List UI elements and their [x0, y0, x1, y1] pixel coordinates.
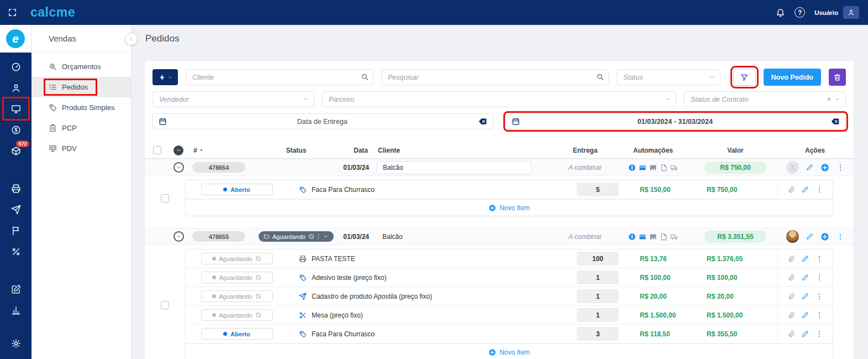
- sidebar-icon-editor[interactable]: [5, 280, 27, 298]
- collapse-order-button[interactable]: [173, 231, 184, 242]
- order-more-button[interactable]: [837, 233, 844, 241]
- wallet-icon[interactable]: [639, 233, 646, 241]
- edit-item-button[interactable]: [802, 311, 809, 319]
- sidebar-icon-dashboard[interactable]: [5, 58, 27, 76]
- select-all-checkbox[interactable]: [153, 146, 161, 154]
- truck-icon[interactable]: [670, 164, 678, 171]
- wallet-icon[interactable]: [639, 164, 646, 171]
- barcode-icon[interactable]: [649, 233, 657, 241]
- document-icon[interactable]: [660, 233, 667, 241]
- add-to-order-button[interactable]: [820, 232, 829, 241]
- delete-button[interactable]: [829, 69, 846, 86]
- item-more-button[interactable]: [816, 186, 823, 194]
- item-quantity[interactable]: 100: [577, 252, 619, 266]
- order-status-badge[interactable]: Aguardando: [259, 231, 334, 242]
- clear-icon[interactable]: ×: [827, 96, 831, 103]
- edit-item-button[interactable]: [802, 293, 809, 300]
- quick-actions-button[interactable]: [152, 69, 178, 85]
- attach-item-button[interactable]: [788, 255, 795, 262]
- order-client-field[interactable]: Balcão: [377, 161, 532, 174]
- attach-item-button[interactable]: [788, 274, 795, 281]
- sidebar-item-pedidos[interactable]: Pedidos: [31, 77, 131, 97]
- item-status-badge[interactable]: Aberto: [201, 328, 273, 340]
- sidebar-item-produto-simples[interactable]: Produto Simples: [31, 97, 131, 118]
- select-order-checkbox[interactable]: [161, 194, 169, 202]
- novo-item-button[interactable]: Novo Item: [488, 348, 530, 356]
- expand-all-button[interactable]: [173, 145, 183, 155]
- edit-item-button[interactable]: [802, 274, 809, 281]
- item-more-button[interactable]: [816, 293, 823, 300]
- sidebar-icon-customers[interactable]: [5, 79, 27, 97]
- attach-item-button[interactable]: [788, 330, 795, 337]
- novo-item-button[interactable]: Novo Item: [488, 204, 530, 212]
- app-logo[interactable]: e: [0, 25, 31, 53]
- clear-date-icon[interactable]: [478, 117, 487, 126]
- item-more-button[interactable]: [816, 274, 823, 282]
- pesquisar-input[interactable]: [381, 69, 609, 85]
- search-icon[interactable]: [596, 73, 604, 81]
- sidebar-icon-sales-terminal[interactable]: [5, 100, 27, 118]
- attach-item-button[interactable]: [788, 311, 795, 319]
- expand-layout-button[interactable]: [8, 8, 17, 17]
- document-icon[interactable]: [660, 164, 667, 171]
- sidebar-icon-settings[interactable]: [5, 334, 27, 352]
- select-order-checkbox[interactable]: [161, 301, 169, 309]
- header-number[interactable]: #: [193, 147, 197, 154]
- item-status-badge[interactable]: Aguardando: [201, 253, 273, 264]
- vendedor-select[interactable]: Vendedor: [152, 91, 314, 107]
- data-entrega-field[interactable]: Data de Entrega: [152, 113, 493, 129]
- item-status-badge[interactable]: Aguardando: [201, 290, 273, 302]
- attach-item-button[interactable]: [788, 293, 795, 300]
- item-status-badge[interactable]: Aguardando: [201, 272, 273, 283]
- cliente-search-input[interactable]: [186, 69, 373, 85]
- collapse-sidebar-button[interactable]: [125, 33, 138, 45]
- parceiro-select[interactable]: Parceiro: [322, 91, 676, 107]
- date-range-field[interactable]: 01/03/2024 - 31/03/2024: [506, 113, 846, 129]
- notifications-button[interactable]: [776, 8, 785, 17]
- item-quantity[interactable]: 1: [577, 270, 619, 284]
- status-select[interactable]: Status: [617, 69, 720, 85]
- item-quantity[interactable]: 1: [577, 289, 619, 303]
- status-contrato-select[interactable]: Status de Contrato ×: [684, 91, 846, 107]
- clear-date-icon[interactable]: [830, 117, 840, 126]
- edit-order-button[interactable]: [806, 233, 813, 240]
- sidebar-icon-projects[interactable]: [5, 221, 27, 240]
- order-number[interactable]: 478655: [192, 231, 245, 242]
- truck-icon[interactable]: [670, 233, 678, 241]
- collapse-order-button[interactable]: [173, 162, 184, 173]
- edit-item-button[interactable]: [802, 330, 809, 337]
- item-status-badge[interactable]: Aguardando: [201, 309, 273, 321]
- order-more-button[interactable]: [837, 164, 844, 171]
- item-more-button[interactable]: [816, 311, 823, 319]
- item-more-button[interactable]: [816, 255, 823, 263]
- order-number[interactable]: 478654: [192, 162, 245, 173]
- help-button[interactable]: ?: [795, 7, 805, 18]
- item-quantity[interactable]: 3: [577, 327, 619, 341]
- item-quantity[interactable]: 5: [577, 183, 619, 196]
- item-quantity[interactable]: 1: [577, 308, 619, 322]
- edit-item-button[interactable]: [802, 255, 809, 262]
- sidebar-item-orcamentos[interactable]: Orçamentos: [31, 56, 131, 77]
- sidebar-item-pcp[interactable]: PCP: [31, 118, 131, 138]
- add-to-order-button[interactable]: [820, 163, 829, 172]
- novo-pedido-button[interactable]: Novo Pedido: [764, 69, 821, 86]
- sidebar-icon-reports[interactable]: [5, 301, 27, 319]
- payment-icon[interactable]: [628, 164, 636, 171]
- item-more-button[interactable]: [816, 330, 823, 338]
- advanced-filter-button[interactable]: [733, 69, 756, 86]
- item-status-badge[interactable]: Aberto: [201, 184, 273, 195]
- attach-item-button[interactable]: [788, 186, 795, 193]
- search-icon[interactable]: [361, 73, 369, 81]
- edit-order-button[interactable]: [806, 164, 813, 171]
- sidebar-item-pdv[interactable]: PDV: [31, 138, 131, 159]
- sidebar-icon-finance[interactable]: [5, 121, 27, 139]
- sidebar-icon-tools[interactable]: [5, 242, 27, 261]
- user-menu-button[interactable]: Usuário: [814, 6, 859, 19]
- edit-item-button[interactable]: [802, 186, 809, 193]
- sidebar-icon-production[interactable]: [5, 179, 27, 197]
- payment-icon[interactable]: [628, 233, 636, 241]
- sort-icon[interactable]: [199, 148, 204, 153]
- sidebar-icon-shipping[interactable]: [5, 200, 27, 218]
- barcode-icon[interactable]: [649, 164, 657, 171]
- sidebar-icon-purchases[interactable]: 572: [5, 142, 27, 160]
